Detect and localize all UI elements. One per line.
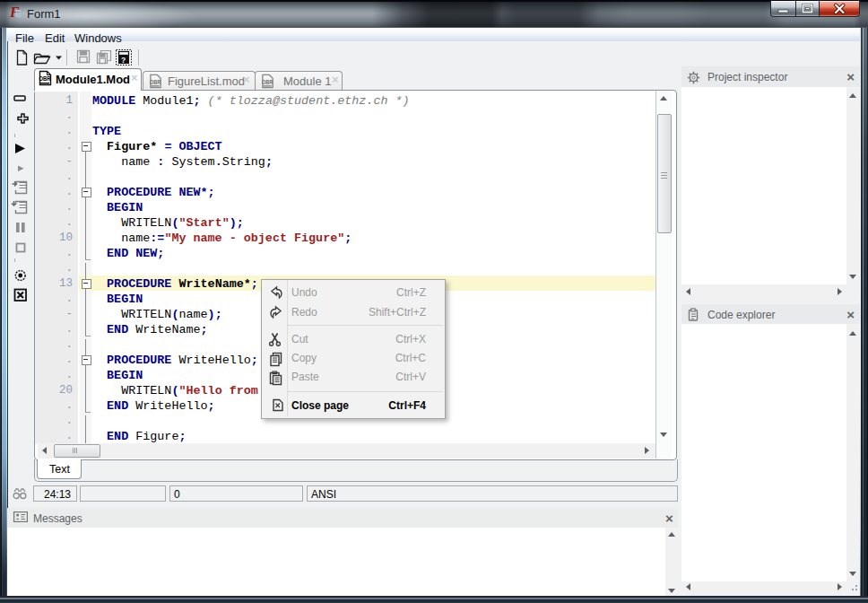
svg-text:OBR: OBR (262, 79, 273, 85)
svg-text:?: ? (121, 56, 126, 65)
svg-text:OBR: OBR (150, 79, 161, 85)
svg-text:OBR: OBR (39, 75, 51, 82)
